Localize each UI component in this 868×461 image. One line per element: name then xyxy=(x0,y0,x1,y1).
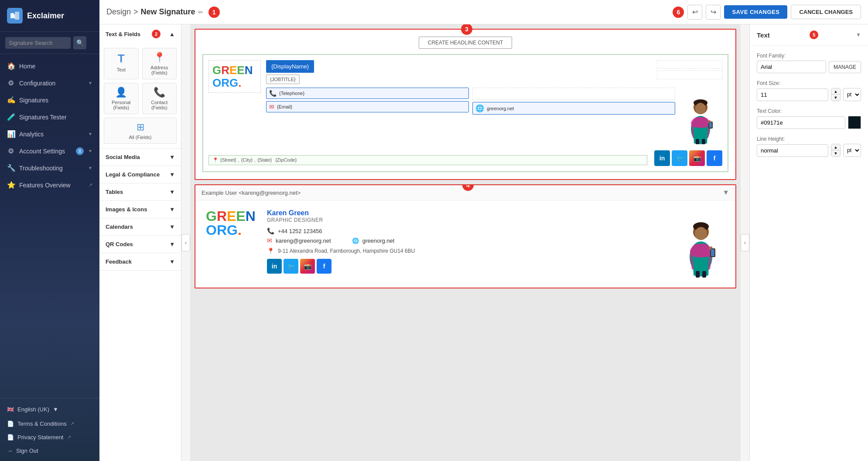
terms-link[interactable]: 📄 Terms & Conditions ↗ xyxy=(0,417,99,430)
svg-rect-7 xyxy=(696,139,699,144)
contact-fields-element[interactable]: 📞 Contact (Fields) xyxy=(142,83,177,114)
line-height-group: Line Height: ▲ ▼ pt xyxy=(757,136,861,157)
manage-fonts-button[interactable]: MANAGE xyxy=(829,61,861,73)
font-size-input[interactable] xyxy=(757,88,828,101)
preview-info: Karen Green GRAPHIC DESIGNER 📞 +44 1252 … xyxy=(267,209,668,279)
sidebar-label-signatures: Signatures xyxy=(19,97,92,104)
preview-avatar xyxy=(677,209,725,279)
collapse-panel-left-button[interactable]: ‹ xyxy=(181,234,190,251)
create-headline-button[interactable]: CREATE HEADLINE CONTENT xyxy=(419,37,512,49)
top-bar: Design > New Signature ✏ 1 6 ↩ ↪ SAVE CH… xyxy=(99,0,868,24)
font-size-unit-select[interactable]: pt xyxy=(843,88,861,101)
language-selector[interactable]: 🇬🇧 English (UK) ▼ xyxy=(0,402,99,417)
text-fields-header[interactable]: Text & Fields 2 ▲ xyxy=(99,24,181,44)
redo-button[interactable]: ↪ xyxy=(706,5,721,20)
sidebar-item-signatures-tester[interactable]: 🧪 Signatures Tester xyxy=(0,108,99,125)
search-button[interactable]: 🔍 xyxy=(73,36,86,49)
images-icons-header[interactable]: Images & Icons ▼ xyxy=(99,201,181,218)
images-icons-section: Images & Icons ▼ xyxy=(99,201,181,218)
sidebar-item-configuration[interactable]: ⚙ Configuration ▼ xyxy=(0,75,99,92)
preview-web-icon: 🌐 xyxy=(352,237,359,244)
font-size-down-button[interactable]: ▼ xyxy=(831,95,840,101)
line-height-unit-select[interactable]: pt xyxy=(843,144,861,157)
preview-social-icons: in 🐦 📸 f xyxy=(267,259,668,274)
email-field[interactable]: ✉ {Email} xyxy=(266,101,469,112)
sidebar-item-features-overview[interactable]: ⭐ Features Overview ↗ xyxy=(0,176,99,193)
troubleshooting-icon: 🔧 xyxy=(7,164,15,172)
legal-compliance-header[interactable]: Legal & Compliance ▼ xyxy=(99,166,181,183)
text-color-input[interactable] xyxy=(757,116,845,129)
preview-linkedin-icon[interactable]: in xyxy=(267,259,282,274)
font-family-row: Arial MANAGE xyxy=(757,61,861,73)
sidebar-label-signatures-tester: Signatures Tester xyxy=(19,114,92,121)
font-size-group: Font Size: ▲ ▼ pt xyxy=(757,80,861,101)
chevron-down-icon: ▼ xyxy=(88,132,92,136)
sidebar-item-home[interactable]: 🏠 Home xyxy=(0,58,99,75)
sidebar-item-signatures[interactable]: ✍ Signatures xyxy=(0,92,99,108)
linkedin-icon[interactable]: in xyxy=(654,150,670,166)
privacy-link[interactable]: 📄 Privacy Statement ↗ xyxy=(0,430,99,444)
text-color-row xyxy=(757,116,861,129)
svg-point-6 xyxy=(695,103,706,114)
twitter-icon[interactable]: 🐦 xyxy=(672,150,687,166)
website-text: greenorg.net xyxy=(487,106,514,111)
signout-link[interactable]: → Sign Out xyxy=(0,444,99,458)
qr-codes-label: QR Codes xyxy=(106,241,133,247)
collapse-panel-right-button[interactable]: › xyxy=(741,234,749,251)
design-canvas: 3 CREATE HEADLINE CONTENT GREEN xyxy=(195,29,736,180)
preview-facebook-icon[interactable]: f xyxy=(317,259,331,274)
chevron-down-icon: ▼ xyxy=(88,81,92,85)
preview-instagram-icon[interactable]: 📸 xyxy=(300,259,315,274)
text-element[interactable]: T Text xyxy=(104,48,139,79)
instagram-icon[interactable]: 📸 xyxy=(689,150,705,166)
preview-twitter-icon[interactable]: 🐦 xyxy=(284,259,298,274)
sidebar-item-analytics[interactable]: 📊 Analytics ▼ xyxy=(0,125,99,142)
preview-address-icon: 📍 xyxy=(267,247,274,254)
step-badge-5: 5 xyxy=(810,31,818,39)
social-media-header[interactable]: Social Media ▼ xyxy=(99,149,181,166)
qr-codes-header[interactable]: QR Codes ▼ xyxy=(99,236,181,253)
calendars-header[interactable]: Calendars ▼ xyxy=(99,218,181,235)
undo-button[interactable]: ↩ xyxy=(687,5,702,20)
text-fields-content: T Text 📍 Address (Fields) 👤 Personal (Fi… xyxy=(99,44,181,148)
font-size-up-button[interactable]: ▲ xyxy=(831,88,840,95)
images-icons-label: Images & Icons xyxy=(106,206,147,213)
feedback-header[interactable]: Feedback ▼ xyxy=(99,253,181,270)
all-fields-element[interactable]: ⊞ All (Fields) xyxy=(104,118,177,144)
job-title-field[interactable]: {JOBTITLE} xyxy=(266,75,300,84)
sidebar-item-troubleshooting[interactable]: 🔧 Troubleshooting ▼ xyxy=(0,159,99,176)
preview-website: greenorg.net xyxy=(362,237,395,244)
sidebar-item-account-settings[interactable]: ⚙ Account Settings 8 ▼ xyxy=(0,142,99,159)
telephone-field[interactable]: 📞 {Telephone} xyxy=(266,88,469,99)
edit-icon[interactable]: ✏ xyxy=(198,9,203,16)
website-field[interactable]: 🌐 greenorg.net xyxy=(472,102,675,115)
search-input[interactable] xyxy=(5,37,71,49)
svg-point-14 xyxy=(695,227,707,240)
save-changes-button[interactable]: SAVE CHANGES xyxy=(724,5,787,19)
text-fields-section: Text & Fields 2 ▲ T Text 📍 Address (Fiel… xyxy=(99,24,181,149)
font-family-select[interactable]: Arial xyxy=(757,61,826,73)
facebook-icon[interactable]: f xyxy=(707,150,722,166)
top-bar-actions: 6 ↩ ↪ SAVE CHANGES CANCEL CHANGES xyxy=(670,5,861,20)
address-row[interactable]: 📍 {Street} , {City} , {State} {ZipCode} xyxy=(208,155,647,165)
app-name: Exclaimer xyxy=(27,11,64,20)
address-fields-element[interactable]: 📍 Address (Fields) xyxy=(142,48,177,79)
cancel-changes-button[interactable]: CANCEL CHANGES xyxy=(791,5,861,19)
feedback-label: Feedback xyxy=(106,258,132,265)
chevron-down-icon: ▼ xyxy=(169,206,175,213)
address-icon: 📍 xyxy=(154,52,165,63)
personal-fields-element[interactable]: 👤 Personal (Fields) xyxy=(104,83,139,114)
line-height-up-button[interactable]: ▲ xyxy=(831,144,840,150)
preview-chevron-icon[interactable]: ▼ xyxy=(722,189,729,197)
preview-name: Karen Green xyxy=(267,209,668,217)
phone-icon: 📞 xyxy=(269,90,277,97)
display-name-field[interactable]: {DisplayName} xyxy=(266,60,314,73)
line-height-down-button[interactable]: ▼ xyxy=(831,150,840,156)
color-swatch[interactable] xyxy=(848,116,861,129)
step-badge-6: 6 xyxy=(673,7,684,18)
tables-header[interactable]: Tables ▼ xyxy=(99,183,181,200)
external-link-icon: ↗ xyxy=(70,421,74,427)
sidebar-logo: Exclaimer xyxy=(0,0,99,32)
line-height-input[interactable] xyxy=(757,144,828,157)
text-icon: T xyxy=(118,52,125,65)
